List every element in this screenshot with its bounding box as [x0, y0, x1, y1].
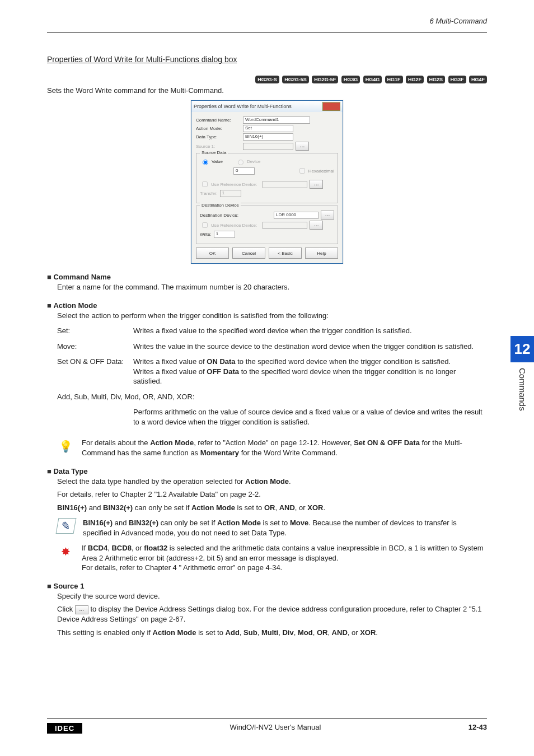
source-ref-browse-button[interactable]: ...	[310, 180, 323, 189]
idec-logo: IDEC	[47, 723, 82, 734]
source-use-ref-checkbox[interactable]: Use Reference Device:	[200, 180, 257, 189]
model-pill: HG2G-S	[255, 76, 279, 83]
help-button[interactable]: Help	[305, 248, 338, 259]
destination-browse-button[interactable]: ...	[321, 211, 334, 220]
warning-note: ✸ If BCD4, BCD8, or float32 is selected …	[57, 543, 487, 573]
destination-device-label: Destination Device:	[200, 213, 238, 218]
action-mode-table: Set: Writes a fixed value to the specifi…	[57, 324, 487, 432]
destination-device-group: Destination Device Destination Device: L…	[196, 206, 338, 244]
dialog-illustration: Properties of Word Write for Multi-Funct…	[47, 100, 487, 264]
action-mode-select[interactable]: Set	[243, 125, 293, 132]
bulb-note: 💡 For details about the Action Mode, ref…	[57, 438, 487, 458]
model-pill: HG3F	[448, 76, 466, 83]
table-row: Add, Sub, Multi, Div, Mod, OR, AND, XOR:	[57, 392, 487, 405]
side-chapter-number: 12	[510, 336, 534, 362]
lightbulb-icon: 💡	[57, 438, 74, 455]
transfer-label: Transfer:	[200, 191, 218, 196]
source-use-ref-input	[263, 181, 307, 188]
dialog-close-button[interactable]	[322, 102, 340, 111]
intro-text: Sets the Word Write command for the Mult…	[47, 86, 487, 95]
data-type-desc: Select the data type handled by the oper…	[57, 477, 487, 487]
source-data-group-title: Source Data	[200, 150, 228, 155]
mode-desc: Writes a fixed value to the specified wo…	[133, 326, 487, 339]
source-value-input[interactable]: 0	[233, 167, 255, 175]
data-type-restriction: BIN16(+) and BIN32(+) can only be set if…	[57, 503, 487, 513]
table-row: Performs arithmetic on the value of sour…	[57, 407, 487, 430]
command-name-input[interactable]: WordCommand1	[243, 116, 310, 124]
mode-desc: Performs arithmetic on the value of sour…	[133, 407, 487, 430]
side-chapter-tab: 12 Commands	[510, 336, 534, 411]
mode-desc: Writes a fixed value of ON Data to the s…	[133, 357, 487, 390]
device-radio[interactable]: Device	[235, 158, 260, 165]
mode-key: Set:	[57, 326, 133, 339]
mode-key: Move:	[57, 342, 133, 355]
warning-icon: ✸	[57, 543, 74, 560]
action-mode-label: Action Mode:	[196, 126, 241, 131]
data-type-heading: ■ Data Type	[47, 467, 487, 475]
source1-desc: Specify the source word device.	[57, 591, 487, 601]
running-header: 6 Multi-Command	[47, 17, 487, 29]
command-name-label: Command Name:	[196, 118, 241, 123]
action-mode-desc: Select the action to perform when the tr…	[57, 311, 487, 321]
header-rule	[47, 32, 487, 32]
data-type-label: Data Type:	[196, 134, 241, 139]
model-pill: HG2G-5F	[312, 76, 338, 83]
mode-desc: Writes the value in the source device to…	[133, 342, 487, 355]
table-row: Set: Writes a fixed value to the specifi…	[57, 326, 487, 339]
dialog-button-row: OK Cancel < Basic Help	[196, 248, 338, 259]
dest-use-ref-input	[263, 222, 307, 229]
source-data-group: Source Data Value Device 0 Hexadecimal U…	[196, 153, 338, 203]
dest-use-ref-checkbox[interactable]: Use Reference Device:	[200, 221, 257, 230]
model-pill: HG3G	[341, 76, 360, 83]
destination-device-group-title: Destination Device	[200, 203, 241, 208]
value-radio[interactable]: Value	[200, 158, 223, 165]
footer-manual-title: WindO/I-NV2 User's Manual	[229, 723, 321, 734]
destination-device-input[interactable]: LDR 0000	[274, 212, 318, 219]
command-name-desc: Enter a name for the command. The maximu…	[57, 282, 487, 292]
section-title: Properties of Word Write for Multi-Funct…	[47, 55, 487, 64]
data-type-select[interactable]: BIN16(+)	[243, 133, 293, 141]
source1-label: Source 1:	[196, 144, 241, 149]
dialog-title: Properties of Word Write for Multi-Funct…	[194, 104, 292, 109]
table-row: Move: Writes the value in the source dev…	[57, 342, 487, 355]
source1-browse-button[interactable]: ...	[296, 142, 309, 151]
data-type-ref: For details, refer to Chapter 2 "1.2 Ava…	[57, 489, 487, 500]
mode-key: Set ON & OFF Data:	[57, 357, 133, 390]
cancel-button[interactable]: Cancel	[232, 248, 265, 259]
pencil-note: ✎ BIN16(+) and BIN32(+) can only be set …	[57, 518, 487, 538]
transfer-input: 1	[220, 190, 241, 197]
model-pill: HG2S	[427, 76, 446, 83]
write-input[interactable]: 1	[214, 231, 235, 238]
ok-button[interactable]: OK	[196, 248, 229, 259]
page-footer: IDEC WindO/I-NV2 User's Manual 12-43	[47, 718, 487, 734]
pencil-icon: ✎	[56, 518, 77, 534]
ellipsis-button-inline[interactable]: ...	[75, 605, 88, 614]
model-pill: HG4G	[363, 76, 382, 83]
model-pill: HG1F	[385, 76, 403, 83]
page-number: 12-43	[469, 723, 487, 734]
command-name-heading: ■ Command Name	[47, 273, 487, 281]
mode-key: Add, Sub, Multi, Div, Mod, OR, AND, XOR:	[57, 392, 487, 405]
hexadecimal-checkbox[interactable]: Hexadecimal	[297, 166, 334, 175]
dest-ref-browse-button[interactable]: ...	[310, 221, 323, 230]
model-pill: HG2G-5S	[282, 76, 309, 83]
model-pill: HG4F	[469, 76, 487, 83]
table-row: Set ON & OFF Data: Writes a fixed value …	[57, 357, 487, 390]
write-label: Write:	[200, 232, 212, 237]
side-chapter-label: Commands	[518, 362, 527, 411]
source1-click-desc: Click ... to display the Device Address …	[57, 604, 487, 624]
model-pill: HG2F	[406, 76, 424, 83]
source1-input	[243, 143, 293, 150]
source1-heading: ■ Source 1	[47, 582, 487, 590]
action-mode-heading: ■ Action Mode	[47, 301, 487, 310]
model-pill-row: HG2G-S HG2G-5S HG2G-5F HG3G HG4G HG1F HG…	[47, 74, 487, 84]
basic-button[interactable]: < Basic	[269, 248, 302, 259]
source1-enable-desc: This setting is enabled only if Action M…	[57, 628, 487, 638]
